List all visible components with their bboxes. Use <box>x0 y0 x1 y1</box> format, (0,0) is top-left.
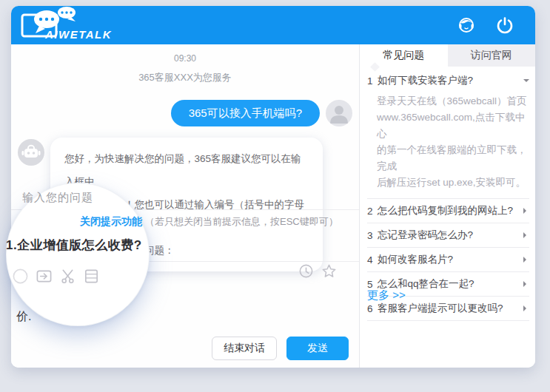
faq-question: 怎么把代码复制到我的网站上? <box>378 204 520 217</box>
favorite-star-icon[interactable] <box>321 263 337 279</box>
input-toolbar <box>12 268 100 285</box>
close-hint-link[interactable]: 关闭提示功能 <box>80 215 142 227</box>
history-clock-icon[interactable] <box>298 263 314 279</box>
tab-official-site[interactable]: 访问官网 <box>448 44 536 67</box>
end-conversation-button[interactable]: 结束对话 <box>212 337 277 360</box>
caret-right-icon[interactable] <box>523 257 529 263</box>
faq-number: 2 <box>367 206 378 217</box>
faq-item-4[interactable]: 4 如何改客服名片? <box>367 247 529 271</box>
faq-number: 6 <box>367 303 378 314</box>
faq-item-2[interactable]: 2 怎么把代码复制到我的网站上? <box>367 198 529 223</box>
faq-item-1[interactable]: 1 如何下载安装客户端? <box>367 72 529 89</box>
faq-question: 客服客户端提示可以更改吗? <box>378 302 520 315</box>
caret-down-icon[interactable] <box>523 79 529 85</box>
save-record-icon[interactable] <box>83 268 100 285</box>
toolbar-right <box>298 263 337 279</box>
timestamp: 09:30 <box>11 53 359 64</box>
faq-sidebar: 常见问题 访问官网 1 如何下载安装客户端? 登录天天在线（365webcall… <box>360 44 535 368</box>
more-link[interactable]: 更多 >> <box>367 288 406 303</box>
screenshot-scissors-icon[interactable] <box>59 268 76 285</box>
faq-number: 3 <box>367 230 378 241</box>
brand-logo-icon: AIWETALK <box>20 7 121 44</box>
faq-question: 如何下载安装客户端? <box>378 74 523 87</box>
hint-note: （若只想关闭当前提示信息，按ESC键即可） <box>145 216 338 227</box>
user-message-row: 365可以接入手机端吗? <box>171 100 352 126</box>
agent-icon[interactable] <box>457 16 476 35</box>
faq-question: 如何改客服名片? <box>378 253 520 266</box>
send-button[interactable]: 发送 <box>286 337 349 360</box>
divider <box>367 320 529 321</box>
caret-right-icon[interactable] <box>523 232 529 238</box>
hint-row: 关闭提示功能（若只想关闭当前提示信息，按ESC键即可） <box>80 215 338 229</box>
lens-magnified-text: 输入您的问题 <box>22 191 93 205</box>
bot-avatar <box>18 139 44 166</box>
faq-item-3[interactable]: 3 忘记登录密码怎么办? <box>367 223 529 247</box>
faq-number: 1 <box>367 75 378 87</box>
lens-magnified-price-text: 价. <box>16 309 31 325</box>
header-bar: AIWETALK <box>11 6 535 44</box>
sidebar-tabs: 常见问题 访问官网 <box>360 44 535 67</box>
emoji-icon[interactable] <box>12 268 29 285</box>
lens-faq-shortcut: 1.企业增值版怎么收费? <box>6 237 142 254</box>
power-icon[interactable] <box>495 16 514 35</box>
faq-question: 忘记登录密码怎么办? <box>378 229 520 242</box>
brand-title: AIWETALK <box>44 28 112 41</box>
user-avatar <box>326 100 352 126</box>
chat-buttons: 结束对话 发送 <box>212 337 349 360</box>
service-notice: 365客服XXX为您服务 <box>11 71 359 84</box>
caret-right-icon[interactable] <box>523 208 529 214</box>
faq-list: 1 如何下载安装客户端? 登录天天在线（365webcall）首页 www.36… <box>367 72 529 321</box>
header-actions <box>457 6 514 44</box>
faq-answer: 登录天天在线（365webcall）首页 www.365webcall.com,… <box>377 93 529 191</box>
app-stage: AIWETALK 09:30 <box>0 0 550 392</box>
send-file-icon[interactable] <box>36 268 53 285</box>
caret-right-icon[interactable] <box>523 305 529 311</box>
caret-right-icon[interactable] <box>523 281 529 287</box>
faq-number: 4 <box>367 254 378 266</box>
user-message-bubble: 365可以接入手机端吗? <box>171 100 320 126</box>
